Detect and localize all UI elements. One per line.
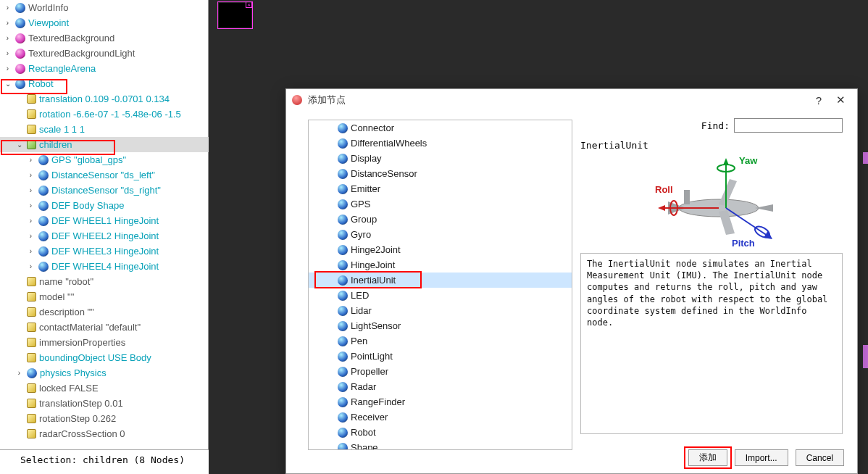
expander-icon[interactable]: ⌄ xyxy=(3,80,12,88)
svg-text:Roll: Roll xyxy=(655,184,673,195)
close-button[interactable]: ✕ xyxy=(830,93,851,107)
sphere-blue-icon xyxy=(338,412,348,423)
tree-node-label: DEF WHEEL2 HingeJoint xyxy=(51,230,159,241)
tree-row[interactable]: ›TexturedBackground xyxy=(0,30,209,46)
import-button[interactable]: Import... xyxy=(735,449,788,466)
expander-icon[interactable]: › xyxy=(26,262,36,270)
tree-row[interactable]: ›physics Physics xyxy=(0,365,209,381)
tree-row[interactable]: ›immersionProperties xyxy=(0,335,209,350)
expander-icon[interactable]: › xyxy=(3,4,12,12)
scene-tree[interactable]: ›WorldInfo›Viewpoint›TexturedBackground›… xyxy=(0,0,209,448)
tree-row[interactable]: ›name "robot" xyxy=(0,274,209,289)
expander-icon[interactable]: › xyxy=(26,186,36,194)
tree-row[interactable]: ›DistanceSensor "ds_right" xyxy=(0,183,209,198)
tree-row[interactable]: ›rotation -6.6e-07 -1 -5.48e-06 -1.5 xyxy=(0,107,209,122)
node-type-row[interactable]: Emitter xyxy=(309,181,572,196)
tree-node-label: Viewpoint xyxy=(28,17,69,28)
tree-row[interactable]: ›DEF WHEEL4 HingeJoint xyxy=(0,259,209,274)
node-type-row[interactable]: GPS xyxy=(309,196,572,212)
expander-icon[interactable]: ⌄ xyxy=(14,141,24,149)
tree-row[interactable]: ›DEF WHEEL3 HingeJoint xyxy=(0,244,209,259)
cube-yellow-icon xyxy=(27,94,36,104)
node-type-row[interactable]: Pen xyxy=(309,333,572,349)
tree-row[interactable]: ›translationStep 0.01 xyxy=(0,396,209,411)
tree-row[interactable]: ›description "" xyxy=(0,304,209,320)
find-row: Find: xyxy=(701,118,843,133)
expander-icon[interactable]: › xyxy=(26,232,36,240)
scene-tree-panel: ›WorldInfo›Viewpoint›TexturedBackground›… xyxy=(0,0,209,474)
viewport-thumbnail[interactable]: × xyxy=(217,1,253,29)
sphere-blue-icon xyxy=(338,428,348,438)
node-type-row[interactable]: Robot xyxy=(309,425,572,440)
expander-icon[interactable]: › xyxy=(26,247,36,255)
tree-row[interactable]: ›translation 0.109 -0.0701 0.134 xyxy=(0,91,209,107)
tree-row[interactable]: ›Viewpoint xyxy=(0,15,209,30)
tree-row[interactable]: ›contactMaterial "default" xyxy=(0,320,209,335)
node-type-label: Gyro xyxy=(351,229,371,240)
tree-row[interactable]: ›GPS "global_gps" xyxy=(0,152,209,167)
close-icon[interactable]: × xyxy=(246,1,252,8)
tree-row[interactable]: ›RectangleArena xyxy=(0,61,209,76)
node-type-row[interactable]: RangeFinder xyxy=(309,394,572,409)
dialog-titlebar[interactable]: 添加节点 ? ✕ xyxy=(286,89,857,111)
expander-icon[interactable]: › xyxy=(3,49,12,57)
sphere-blue-icon xyxy=(338,397,348,407)
cube-yellow-icon xyxy=(27,277,36,286)
tree-row[interactable]: ›radarCrossSection 0 xyxy=(0,426,209,441)
tree-row[interactable]: ›DEF WHEEL2 HingeJoint xyxy=(0,228,209,244)
node-type-row[interactable]: InertialUnit xyxy=(309,273,572,288)
tree-node-label: RectangleArena xyxy=(28,63,96,74)
tree-row[interactable]: ⌄Robot xyxy=(0,76,209,91)
node-type-row[interactable]: DistanceSensor xyxy=(309,166,572,181)
tree-node-label: Robot xyxy=(28,78,54,89)
node-type-row[interactable]: Propeller xyxy=(309,364,572,379)
tree-node-label: DistanceSensor "ds_right" xyxy=(51,185,161,196)
expander-icon[interactable]: › xyxy=(26,201,36,209)
find-input[interactable] xyxy=(734,118,843,133)
sphere-blue-icon xyxy=(338,123,348,133)
node-type-label: Hinge2Joint xyxy=(351,244,401,255)
cube-yellow-icon xyxy=(27,429,36,438)
expander-icon[interactable]: › xyxy=(26,171,36,179)
node-type-row[interactable]: DifferentialWheels xyxy=(309,136,572,151)
node-type-row[interactable]: Display xyxy=(309,151,572,166)
tree-row[interactable]: ›boundingObject USE Body xyxy=(0,350,209,365)
tree-node-label: immersionProperties xyxy=(39,337,125,348)
tree-row[interactable]: ›scale 1 1 1 xyxy=(0,122,209,137)
help-button[interactable]: ? xyxy=(808,94,830,107)
node-type-row[interactable]: Shape xyxy=(309,440,572,450)
node-type-row[interactable]: Hinge2Joint xyxy=(309,242,572,257)
tree-node-label: DistanceSensor "ds_left" xyxy=(51,170,155,180)
node-type-row[interactable]: Receiver xyxy=(309,409,572,425)
expander-icon[interactable]: › xyxy=(3,19,12,27)
tree-row[interactable]: ›DEF WHEEL1 HingeJoint xyxy=(0,213,209,228)
tree-row[interactable]: ›DEF Body Shape xyxy=(0,198,209,213)
tree-row[interactable]: ›locked FALSE xyxy=(0,381,209,396)
expander-icon[interactable]: › xyxy=(26,217,36,225)
tree-row[interactable]: ›TexturedBackgroundLight xyxy=(0,46,209,61)
node-type-row[interactable]: Connector xyxy=(309,120,572,136)
node-type-row[interactable]: PointLight xyxy=(309,349,572,364)
svg-marker-5 xyxy=(684,190,690,204)
node-type-row[interactable]: HingeJoint xyxy=(309,257,572,273)
node-type-row[interactable]: Radar xyxy=(309,379,572,394)
node-type-row[interactable]: LightSensor xyxy=(309,318,572,333)
tree-row[interactable]: ›rotationStep 0.262 xyxy=(0,411,209,426)
node-type-row[interactable]: Gyro xyxy=(309,227,572,242)
tree-row[interactable]: ›model "" xyxy=(0,289,209,304)
expander-icon[interactable]: › xyxy=(3,65,12,72)
tree-row[interactable]: ›DistanceSensor "ds_left" xyxy=(0,167,209,183)
node-type-list[interactable]: ConnectorDifferentialWheelsDisplayDistan… xyxy=(308,120,572,450)
expander-icon[interactable]: › xyxy=(26,156,36,164)
tree-row[interactable]: ⌄children xyxy=(0,137,209,152)
cancel-button[interactable]: Cancel xyxy=(796,449,844,466)
node-type-row[interactable]: LED xyxy=(309,288,572,303)
node-type-row[interactable]: Lidar xyxy=(309,303,572,318)
find-label: Find: xyxy=(701,120,730,131)
expander-icon[interactable]: › xyxy=(3,34,12,42)
node-type-label: HingeJoint xyxy=(351,259,395,270)
add-button[interactable]: 添加 xyxy=(688,449,727,466)
node-type-row[interactable]: Group xyxy=(309,212,572,227)
tree-row[interactable]: ›WorldInfo xyxy=(0,0,209,15)
expander-icon[interactable]: › xyxy=(14,369,24,377)
